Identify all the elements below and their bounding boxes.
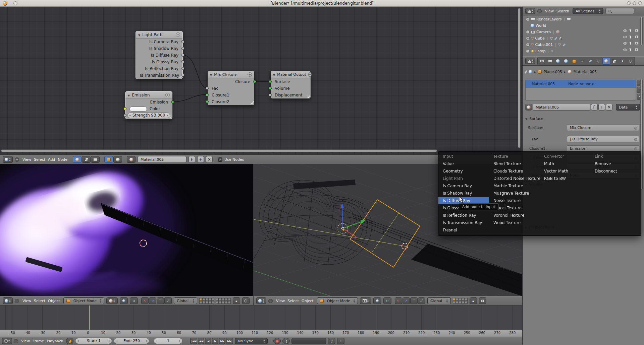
layers-grid-1[interactable] [453, 298, 468, 304]
collapse-icon[interactable] [273, 72, 275, 77]
maximize-button[interactable] [633, 1, 636, 5]
node-input-row[interactable]: Surface [271, 78, 311, 85]
menu-item[interactable]: Link [590, 153, 641, 160]
node-output-row[interactable]: Closure [208, 78, 254, 85]
preview-range-toggle[interactable] [66, 338, 73, 344]
tab-data[interactable]: ▽ [594, 58, 602, 65]
collapse-menus-icon[interactable]: − [15, 157, 19, 162]
selectable-cursor-icon[interactable] [630, 28, 632, 32]
breadcrumb-object[interactable]: Plane.005 [544, 70, 562, 74]
tab-object[interactable] [570, 58, 578, 65]
menu-item[interactable]: RGB to BW [540, 175, 590, 182]
renderable-camera-icon[interactable] [635, 42, 638, 45]
output-socket[interactable] [181, 54, 184, 57]
sync-mode-selector[interactable]: No Sync▴▾ [235, 338, 268, 344]
menu-item[interactable]: Wood Texture [489, 219, 540, 226]
transform-orientation-selector[interactable]: Global▴▾ [174, 297, 197, 304]
pin-icon[interactable] [524, 70, 527, 73]
node-plus-icon[interactable]: + [308, 72, 312, 77]
manipulator-arc-toggle[interactable]: ⌒ [157, 297, 164, 304]
tab-render[interactable] [538, 58, 546, 65]
node-editor[interactable]: Light Path + Is Camera RayIs Shadow RayI… [0, 7, 522, 164]
shader-type-compositing-toggle[interactable] [91, 156, 100, 163]
menu-item[interactable]: Remove [590, 160, 641, 167]
viewport-display-selector[interactable]: ▴▾ [360, 297, 371, 304]
menu-item[interactable]: Vector Math [540, 167, 590, 175]
expand-icon[interactable]: + [526, 30, 530, 34]
viewport-shading-selector[interactable]: ▴▾ [106, 297, 118, 304]
outliner-item-world[interactable]: World [531, 22, 546, 29]
browse-material-button[interactable] [525, 104, 532, 111]
visibility-eye-icon[interactable] [623, 36, 627, 38]
strength-slider[interactable]: Strength 93.300 [127, 113, 170, 118]
unlink-material-button[interactable]: × [606, 104, 612, 111]
menu-item[interactable]: Distorted Noise Texture [489, 175, 540, 182]
node-editor-hscrollbar[interactable] [1, 149, 437, 152]
timeline-area[interactable] [0, 305, 522, 330]
menu-item[interactable]: Add [47, 157, 56, 162]
close-button[interactable] [638, 1, 642, 5]
menu-item[interactable]: Select [33, 299, 47, 303]
manipulator-translate-toggle[interactable]: ↖ [141, 297, 149, 304]
manipulator-arc-toggle[interactable]: ⌒ [410, 297, 418, 304]
node-input-row[interactable]: Fac [208, 85, 254, 92]
selectable-cursor-icon[interactable] [630, 41, 632, 45]
lock-to-scene-toggle[interactable]: 🔒︎ [470, 297, 477, 304]
node-output-row[interactable]: Emission [125, 99, 172, 106]
lock-to-scene-toggle[interactable]: 🔒︎ [233, 297, 240, 304]
menu-item[interactable]: Blend Texture [489, 160, 540, 167]
collapse-menus-icon[interactable]: − [268, 299, 273, 303]
playback-button[interactable]: |◀◀ [190, 338, 197, 344]
manipulator-scale-toggle[interactable]: ⤢ [418, 297, 425, 304]
menu-item[interactable]: Disconnect [590, 167, 641, 175]
frame-start-field[interactable]: Start: 1 [75, 338, 112, 344]
resize-grip[interactable] [178, 75, 182, 78]
visibility-eye-icon[interactable] [623, 49, 627, 51]
renderable-camera-icon[interactable] [635, 29, 638, 32]
outliner-item-lamp[interactable]: + Lamp|✳ [526, 48, 554, 54]
collapse-menus-icon[interactable]: − [15, 299, 19, 303]
delete-keyframe-button[interactable]: ✂ [337, 338, 344, 344]
editor-type-timeline-button[interactable]: ▴▾ [2, 338, 12, 344]
outliner-item-cube[interactable]: +▽ Cube|▽ [526, 35, 562, 42]
node-material-output[interactable]: Material Output + SurfaceVolumeDisplacem… [270, 71, 311, 99]
manipulator-rotate-toggle[interactable]: ↗ [402, 297, 410, 304]
collapse-icon[interactable] [138, 32, 140, 37]
input-socket[interactable] [269, 80, 272, 83]
renderable-camera-icon[interactable] [635, 49, 638, 51]
node-header[interactable]: Emission + [125, 91, 172, 99]
tab-constraints[interactable]: ∞ [578, 58, 586, 65]
outliner-filter-selector[interactable]: All Scenes▴▾ [573, 8, 603, 14]
menu-item[interactable]: Value [438, 160, 489, 167]
node-plus-icon[interactable]: + [176, 32, 180, 37]
visibility-eye-icon[interactable] [623, 29, 627, 32]
transform-orientation-selector[interactable]: Global▴▾ [427, 297, 451, 304]
closure1-value-field[interactable]: Emission [567, 145, 639, 152]
input-socket[interactable] [269, 93, 272, 96]
input-socket[interactable] [206, 87, 209, 90]
renderable-camera-icon[interactable] [635, 36, 638, 38]
material-slot-list[interactable]: Material.005 Node <none> [525, 80, 636, 100]
menu-item[interactable]: View [21, 157, 33, 162]
slot-object-toggle[interactable] [104, 156, 113, 163]
shader-type-texture-toggle[interactable] [82, 156, 91, 163]
editor-type-outliner-button[interactable]: ▴▾ [525, 8, 535, 14]
outliner-item-renderlayers[interactable]: + RenderLayers| [526, 16, 571, 22]
node-mix-closure[interactable]: Mix Closure + Closure FacClosure1Closure… [207, 71, 255, 106]
menu-item[interactable]: Fresnel [438, 226, 489, 234]
window-menu-icon[interactable] [13, 1, 17, 5]
outliner-scrollbar[interactable] [640, 17, 643, 46]
timeline-editor[interactable]: -50-40-30-20-100102030405060708090100110… [0, 305, 522, 345]
output-socket[interactable] [181, 74, 184, 77]
collapse-icon[interactable] [210, 72, 212, 77]
tab-render-layers[interactable] [546, 58, 554, 65]
menu-item[interactable]: Is Camera Ray [438, 182, 489, 190]
editor-type-3dview-button[interactable]: ▴▾ [256, 297, 266, 304]
output-socket[interactable] [181, 60, 184, 63]
menu-item[interactable]: View [275, 299, 286, 303]
menu-item[interactable]: Musgrave Texture [489, 190, 540, 197]
tab-scene[interactable] [554, 58, 562, 65]
node-output-row[interactable]: Is Shadow Ray [136, 45, 182, 52]
add-material-button[interactable]: + [197, 156, 204, 163]
collapse-menus-icon[interactable]: − [14, 339, 18, 343]
